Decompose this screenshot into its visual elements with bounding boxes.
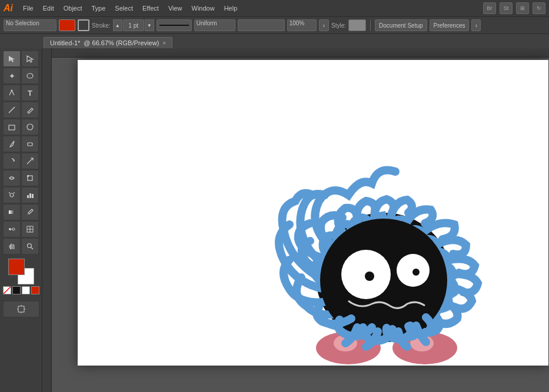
menu-icons: Br St ⊞ ↻ [483, 2, 545, 14]
svg-point-8 [10, 193, 14, 197]
line-style-btn[interactable] [157, 19, 192, 31]
tool-row-6 [3, 136, 39, 152]
white-swatch[interactable] [22, 286, 30, 294]
free-transform-btn[interactable] [21, 170, 39, 186]
tool-row-3: T [3, 85, 39, 101]
main-area: ✦ T [0, 48, 549, 392]
direct-selection-tool-btn[interactable] [21, 51, 39, 67]
selection-tool-btn[interactable] [3, 51, 21, 67]
pen-tool-btn[interactable] [3, 85, 21, 101]
svg-point-9 [9, 192, 10, 193]
horizontal-ruler [42, 48, 549, 58]
tab-info: @ 66.67% (RGB/Preview) [84, 39, 159, 46]
svg-rect-14 [9, 210, 15, 214]
svg-rect-3 [9, 125, 15, 130]
artboard-btn[interactable] [3, 301, 39, 317]
opacity-input[interactable]: 100% [287, 19, 317, 31]
svg-point-1 [11, 90, 13, 92]
tab-close-btn[interactable]: × [162, 40, 166, 46]
tool-row-12 [3, 238, 39, 254]
style-dropdown[interactable] [348, 19, 366, 31]
menu-type[interactable]: Type [88, 3, 110, 14]
stroke-increment[interactable]: ▼ [145, 19, 154, 31]
red-swatch[interactable] [31, 286, 39, 294]
lasso-tool-btn[interactable] [21, 68, 39, 84]
symbol-sprayer-btn[interactable] [3, 187, 21, 203]
preferences-button[interactable]: Preferences [430, 19, 470, 31]
document-tab[interactable]: Untitled-1* @ 66.67% (RGB/Preview) × [44, 37, 172, 48]
svg-rect-13 [32, 194, 34, 198]
toolbox: ✦ T [0, 48, 42, 392]
tool-row-7 [3, 153, 39, 169]
gradient-tool-btn[interactable] [3, 204, 21, 220]
tool-row-2: ✦ [3, 68, 39, 84]
hand-tool-btn[interactable] [3, 238, 21, 254]
fill-swatch[interactable] [8, 259, 25, 275]
menu-select[interactable]: Select [111, 3, 137, 14]
more-options-btn[interactable]: › [471, 19, 481, 31]
rectangle-tool-btn[interactable] [3, 119, 21, 135]
svg-point-0 [27, 73, 33, 78]
toolbar-separator [370, 20, 371, 31]
fill-color-btn[interactable] [59, 19, 75, 31]
app-logo: Ai [4, 3, 13, 14]
svg-line-23 [4, 287, 11, 294]
warp-tool-btn[interactable] [3, 170, 21, 186]
menu-view[interactable]: View [164, 3, 187, 14]
none-swatch[interactable] [3, 286, 11, 294]
svg-rect-11 [27, 195, 29, 198]
tool-row-4 [3, 102, 39, 118]
zoom-tool-btn[interactable] [21, 238, 39, 254]
tool-row-1 [3, 51, 39, 67]
menu-file[interactable]: File [19, 3, 38, 14]
pencil-tool-btn[interactable] [21, 102, 39, 118]
column-graph-btn[interactable] [21, 187, 39, 203]
tool-row-5 [3, 119, 39, 135]
magic-wand-btn[interactable]: ✦ [3, 68, 21, 84]
type-tool-btn[interactable]: T [21, 85, 39, 101]
stroke-input[interactable] [123, 19, 144, 31]
bridge-icon[interactable]: Br [483, 2, 496, 14]
uniform-dropdown[interactable]: Uniform [194, 19, 235, 31]
paintbrush-tool-btn[interactable] [3, 136, 21, 152]
menu-object[interactable]: Object [59, 3, 86, 14]
menu-window[interactable]: Window [188, 3, 219, 14]
ellipse-tool-btn[interactable] [21, 119, 39, 135]
scale-tool-btn[interactable] [21, 153, 39, 169]
tab-title: Untitled-1* [50, 39, 80, 46]
svg-point-16 [12, 228, 15, 230]
svg-point-15 [9, 228, 11, 230]
stroke-decrement[interactable]: ▲ [113, 19, 122, 31]
svg-point-10 [14, 192, 15, 193]
eraser-tool-btn[interactable] [21, 136, 39, 152]
menu-edit[interactable]: Edit [39, 3, 58, 14]
color-swatches [3, 259, 39, 294]
canvas-area[interactable] [42, 48, 549, 392]
selection-dropdown[interactable]: No Selection [4, 19, 56, 31]
svg-point-37 [365, 272, 374, 281]
document-setup-button[interactable]: Document Setup [375, 19, 427, 31]
opacity-dropdown[interactable] [238, 19, 285, 31]
stock-icon[interactable]: St [500, 2, 513, 14]
artboard[interactable] [78, 60, 548, 366]
menu-help[interactable]: Help [220, 3, 242, 14]
svg-rect-24 [18, 306, 24, 312]
sync-icon[interactable]: ↻ [533, 2, 545, 14]
tool-row-10 [3, 204, 39, 220]
eyedropper-btn[interactable] [21, 204, 39, 220]
opacity-more-btn[interactable]: › [319, 19, 329, 31]
svg-point-21 [28, 244, 32, 248]
tool-row-11 [3, 221, 39, 237]
fill-stroke-swatches[interactable] [8, 259, 34, 284]
svg-line-2 [9, 107, 15, 113]
black-swatch[interactable] [12, 286, 21, 294]
rotate-tool-btn[interactable] [3, 153, 21, 169]
grid-icon[interactable]: ⊞ [516, 2, 529, 14]
blend-tool-btn[interactable] [3, 221, 21, 237]
menu-effect[interactable]: Effect [138, 3, 163, 14]
line-tool-btn[interactable] [3, 102, 21, 118]
svg-rect-12 [29, 193, 31, 198]
svg-point-4 [27, 124, 33, 130]
mesh-tool-btn[interactable] [21, 221, 39, 237]
stroke-color-btn[interactable] [78, 19, 89, 31]
